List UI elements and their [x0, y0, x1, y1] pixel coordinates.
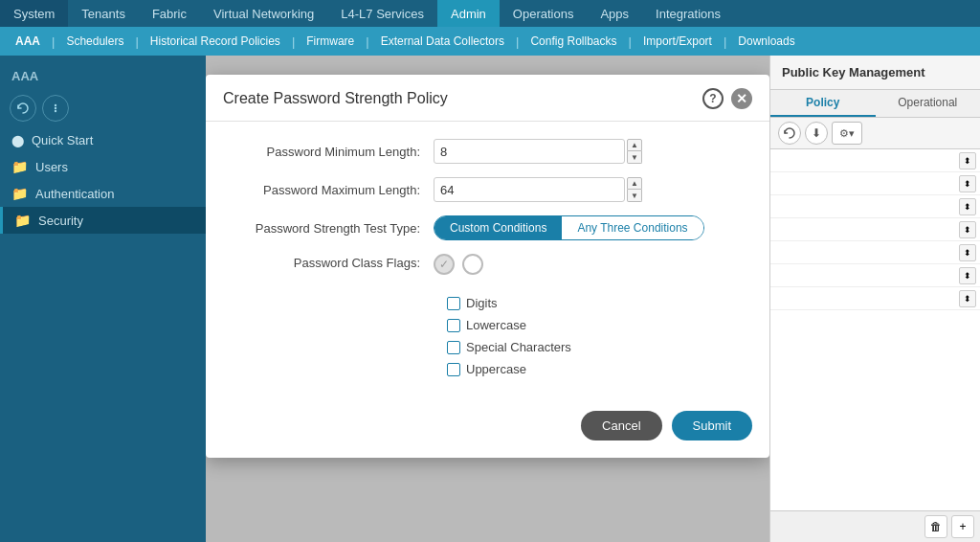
- subnav-config[interactable]: Config Rollbacks: [521, 27, 626, 56]
- row6-spinner[interactable]: ⬍: [959, 267, 976, 284]
- tab-policy[interactable]: Policy: [770, 90, 876, 117]
- right-panel: Public Key Management Policy Operational…: [769, 56, 980, 542]
- strength-test-label: Password Strength Test Type:: [223, 221, 434, 236]
- flags-label: Password Class Flags:: [223, 254, 434, 270]
- panel-settings-icon[interactable]: ⚙▾: [832, 122, 862, 145]
- sidebar-item-quick-start[interactable]: ⬤ Quick Start: [0, 127, 206, 153]
- flags-check-icon: ✓: [434, 254, 455, 275]
- main-layout: AAA ⬤ Quick Start 📁 Users 📁: [0, 56, 980, 542]
- dialog-body: Password Minimum Length: ▲ ▼ Password Ma…: [206, 122, 769, 395]
- sep3: |: [292, 34, 295, 49]
- custom-conditions-button[interactable]: Custom Conditions: [434, 216, 562, 239]
- subnav-downloads[interactable]: Downloads: [728, 27, 804, 56]
- nav-fabric[interactable]: Fabric: [139, 0, 200, 27]
- min-length-row: Password Minimum Length: ▲ ▼: [223, 139, 752, 164]
- sidebar: AAA ⬤ Quick Start 📁 Users 📁: [0, 56, 206, 542]
- dialog-header: Create Password Strength Policy ? ✕: [206, 75, 769, 122]
- max-length-up-arrow[interactable]: ▲: [627, 177, 642, 190]
- sidebar-label-security: Security: [38, 214, 83, 228]
- max-length-down-arrow[interactable]: ▼: [627, 190, 642, 202]
- auth-folder-icon: 📁: [11, 186, 28, 201]
- nav-tenants[interactable]: Tenants: [68, 0, 139, 27]
- row3-spinner[interactable]: ⬍: [959, 198, 976, 215]
- dialog-close-button[interactable]: ✕: [731, 88, 752, 109]
- sep1: |: [52, 34, 55, 49]
- max-length-spinner: ▲ ▼: [627, 177, 642, 202]
- max-length-input[interactable]: [434, 177, 625, 202]
- min-length-spinner: ▲ ▼: [627, 139, 642, 164]
- row5-spinner[interactable]: ⬍: [959, 244, 976, 261]
- tab-operational[interactable]: Operational: [876, 90, 981, 117]
- sidebar-title: AAA: [0, 63, 206, 89]
- flags-circle-icon: [462, 254, 483, 275]
- panel-download-icon[interactable]: ⬇: [805, 122, 828, 145]
- add-icon[interactable]: +: [951, 515, 974, 538]
- max-length-input-wrap: ▲ ▼: [434, 177, 642, 202]
- cancel-button[interactable]: Cancel: [581, 411, 661, 440]
- sep7: |: [724, 34, 726, 49]
- submit-button[interactable]: Submit: [672, 411, 752, 440]
- data-row-5: ⬍: [770, 241, 980, 264]
- strength-test-toggle: Custom Conditions Any Three Conditions: [434, 215, 704, 240]
- subnav-schedulers[interactable]: Schedulers: [56, 27, 133, 56]
- subnav-external[interactable]: External Data Collectors: [371, 27, 514, 56]
- svg-point-2: [55, 110, 56, 112]
- right-panel-rows: ⬍ ⬍ ⬍ ⬍ ⬍ ⬍ ⬍: [770, 149, 980, 510]
- users-folder-icon: 📁: [11, 159, 28, 174]
- min-length-down-arrow[interactable]: ▼: [627, 151, 642, 164]
- sidebar-label-quick-start: Quick Start: [32, 133, 93, 147]
- nav-operations[interactable]: Operations: [500, 0, 588, 27]
- flag-uppercase-checkbox[interactable]: [447, 363, 460, 376]
- row4-spinner[interactable]: ⬍: [959, 221, 976, 238]
- dialog-footer: Cancel Submit: [206, 395, 769, 458]
- sep5: |: [516, 34, 519, 49]
- flags-row: Password Class Flags: ✓: [223, 254, 752, 282]
- nav-admin[interactable]: Admin: [437, 0, 500, 27]
- right-panel-title: Public Key Management: [770, 56, 980, 90]
- flag-special-checkbox[interactable]: [447, 341, 460, 354]
- flag-digits-checkbox[interactable]: [447, 297, 460, 310]
- panel-refresh-icon[interactable]: [778, 122, 801, 145]
- sidebar-menu-icon[interactable]: [42, 95, 69, 122]
- row1-spinner[interactable]: ⬍: [959, 152, 976, 169]
- content-area: Create Password Strength Policy ? ✕ Pass…: [206, 56, 769, 542]
- nav-virtual-networking[interactable]: Virtual Networking: [200, 0, 327, 27]
- nav-apps[interactable]: Apps: [587, 0, 642, 27]
- dialog-header-icons: ? ✕: [702, 88, 752, 109]
- subnav-aaa[interactable]: AAA: [6, 27, 50, 56]
- sidebar-item-security[interactable]: 📁 Security: [0, 207, 206, 234]
- dialog-overlay: Create Password Strength Policy ? ✕ Pass…: [206, 56, 769, 542]
- dialog-title: Create Password Strength Policy: [223, 90, 448, 107]
- nav-system[interactable]: System: [0, 0, 68, 27]
- quick-start-icon: ⬤: [11, 134, 24, 147]
- sidebar-refresh-icon[interactable]: [10, 95, 36, 122]
- right-panel-toolbar: ⬇ ⚙▾: [770, 118, 980, 149]
- sidebar-item-users[interactable]: 📁 Users: [0, 153, 206, 180]
- sidebar-toolbar: [0, 89, 206, 127]
- data-row-6: ⬍: [770, 264, 980, 287]
- min-length-input-wrap: ▲ ▼: [434, 139, 642, 164]
- max-length-row: Password Maximum Length: ▲ ▼: [223, 177, 752, 202]
- sidebar-label-users: Users: [35, 160, 68, 174]
- subnav-import[interactable]: Import/Export: [634, 27, 722, 56]
- flag-digits-label: Digits: [466, 296, 498, 310]
- min-length-input[interactable]: [434, 139, 625, 164]
- flag-digits-row: Digits: [447, 296, 752, 310]
- min-length-label: Password Minimum Length:: [223, 145, 434, 159]
- subnav-firmware[interactable]: Firmware: [297, 27, 364, 56]
- dialog-help-icon[interactable]: ?: [702, 88, 724, 109]
- sidebar-item-authentication[interactable]: 📁 Authentication: [0, 180, 206, 207]
- svg-point-0: [55, 104, 56, 106]
- subnav-historical[interactable]: Historical Record Policies: [141, 27, 290, 56]
- flag-lowercase-label: Lowercase: [466, 318, 526, 332]
- security-folder-icon: 📁: [14, 213, 31, 228]
- data-row-1: ⬍: [770, 149, 980, 172]
- delete-icon[interactable]: 🗑: [924, 515, 947, 538]
- row7-spinner[interactable]: ⬍: [959, 290, 976, 307]
- nav-l4-l7[interactable]: L4-L7 Services: [327, 0, 437, 27]
- any-three-conditions-button[interactable]: Any Three Conditions: [562, 216, 702, 239]
- flag-lowercase-checkbox[interactable]: [447, 319, 460, 332]
- min-length-up-arrow[interactable]: ▲: [627, 139, 642, 151]
- row2-spinner[interactable]: ⬍: [959, 175, 976, 192]
- nav-integrations[interactable]: Integrations: [642, 0, 734, 27]
